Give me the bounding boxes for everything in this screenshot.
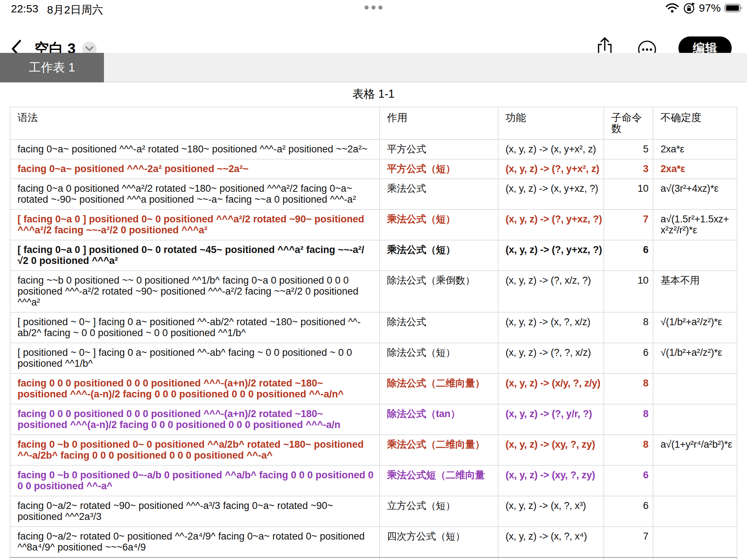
cell-uncertainty[interactable]: 2xa*ε <box>653 140 737 159</box>
cell-count[interactable]: 10 <box>604 271 653 312</box>
table-row: [ positioned ~ 0~ ] facing 0 a~ position… <box>10 312 737 343</box>
cell-role[interactable]: 平方公式（短） <box>380 159 498 179</box>
column-header-role[interactable]: 作用 <box>380 107 498 140</box>
rotation-lock-icon <box>683 2 695 14</box>
cell-func[interactable]: (x, y, z) -> (x, ?, x³) <box>498 496 604 527</box>
cell-count[interactable]: 8 <box>604 404 653 435</box>
cell-uncertainty[interactable] <box>653 374 737 404</box>
cell-count[interactable]: 8 <box>604 312 653 343</box>
cell-uncertainty[interactable] <box>653 466 737 496</box>
cell-count[interactable]: 6 <box>604 466 653 496</box>
column-header-syntax[interactable]: 语法 <box>10 107 380 140</box>
cell-syntax[interactable]: [ facing 0~a 0 ] positioned 0~ 0 rotated… <box>10 240 380 271</box>
tab-label: 工作表 1 <box>29 59 75 76</box>
status-time: 22:53 <box>11 3 38 18</box>
cell-func[interactable] <box>498 557 604 560</box>
column-header-count[interactable]: 子命令数 <box>604 107 653 140</box>
cell-uncertainty[interactable] <box>653 404 737 435</box>
cell-syntax[interactable]: facing 0~a/2~ rotated ~90~ positioned ^^… <box>10 496 380 527</box>
cell-func[interactable]: (x, y, z) -> (?, x/z, ?) <box>498 271 604 312</box>
cell-uncertainty[interactable]: 2xa*ε <box>653 159 737 179</box>
column-header-uncertainty[interactable]: 不确定度 <box>653 107 737 140</box>
cell-uncertainty[interactable] <box>653 557 737 560</box>
table-row-empty <box>10 557 737 560</box>
cell-syntax[interactable]: facing 0 0 0 positioned 0 0 0 positioned… <box>10 404 380 435</box>
cell-func[interactable]: (x, y, z) -> (?, y+x², z) <box>498 159 604 179</box>
cell-role[interactable]: 乘法公式（短） <box>380 210 498 240</box>
cell-role[interactable]: 乘法公式（二维向量） <box>380 435 498 466</box>
cell-count[interactable]: 5 <box>604 140 653 159</box>
cell-role[interactable]: 立方公式（短） <box>380 496 498 527</box>
cell-role[interactable]: 乘法公式（短） <box>380 240 498 271</box>
tab-worksheet-1[interactable]: 工作表 1 <box>0 53 104 82</box>
column-header-func[interactable]: 功能 <box>498 107 604 140</box>
cell-uncertainty[interactable]: 基本不用 <box>653 271 737 312</box>
cell-uncertainty[interactable] <box>653 527 737 558</box>
table-row: facing 0~a/2~ rotated ~90~ positioned ^^… <box>10 496 737 527</box>
cell-syntax[interactable]: facing ~~b 0 positioned ~~ 0 positioned … <box>10 271 380 312</box>
cell-syntax[interactable]: [ facing 0~a 0 ] positioned 0~ 0 positio… <box>10 210 380 240</box>
cell-func[interactable]: (x, y, z) -> (xy, ?, zy) <box>498 466 604 496</box>
cell-syntax[interactable]: facing 0~a 0 positioned ^^^a²/2 rotated … <box>10 179 380 210</box>
cell-role[interactable]: 除法公式（tan） <box>380 404 498 435</box>
cell-syntax[interactable]: facing 0~a~ positioned ^^^-a² rotated ~1… <box>10 140 380 159</box>
cell-func[interactable]: (x, y, z) -> (x, ?, x/z) <box>498 312 604 343</box>
wifi-icon <box>665 3 679 13</box>
cell-count[interactable]: 6 <box>604 240 653 271</box>
cell-func[interactable]: (x, y, z) -> (?, y+xz, ?) <box>498 210 604 240</box>
cell-role[interactable]: 乘法公式 <box>380 179 498 210</box>
table-row: facing 0 ~b 0 positioned 0~ 0 positioned… <box>10 435 737 466</box>
table-body: facing 0~a~ positioned ^^^-a² rotated ~1… <box>10 140 737 560</box>
cell-count[interactable]: 7 <box>604 527 653 558</box>
cell-uncertainty[interactable]: √(1/b²+a²/z²)*ε <box>653 343 737 374</box>
cell-syntax[interactable]: facing 0~a~ positioned ^^^-2a² positione… <box>10 159 380 179</box>
cell-func[interactable]: (x, y, z) -> (x, y+x², z) <box>498 140 604 159</box>
cell-func[interactable]: (x, y, z) -> (?, y+xz, ?) <box>498 240 604 271</box>
cell-func[interactable]: (x, y, z) -> (?, ?, x/z) <box>498 343 604 374</box>
cell-func[interactable]: (x, y, z) -> (?, y/r, ?) <box>498 404 604 435</box>
cell-count[interactable]: 6 <box>604 343 653 374</box>
cell-syntax[interactable] <box>10 557 380 560</box>
cell-role[interactable]: 除法公式（乘倒数） <box>380 271 498 312</box>
cell-func[interactable]: (x, y, z) -> (x, ?, x⁴) <box>498 527 604 558</box>
cell-role[interactable]: 平方公式 <box>380 140 498 159</box>
dot <box>372 5 376 9</box>
cell-syntax[interactable]: [ positioned ~ 0~ ] facing 0 a~ position… <box>10 312 380 343</box>
cell-uncertainty[interactable] <box>653 496 737 527</box>
cell-count[interactable]: 8 <box>604 435 653 466</box>
cell-role[interactable]: 乘法公式短（二维向量 <box>380 466 498 496</box>
cell-role[interactable]: 除法公式（短） <box>380 343 498 374</box>
battery-percent: 97% <box>699 2 721 14</box>
cell-count[interactable]: 3 <box>604 159 653 179</box>
status-left: 22:53 8月2日周六 <box>11 3 103 18</box>
cell-syntax[interactable]: facing 0 0 0 positioned 0 0 0 positioned… <box>10 374 380 404</box>
cell-count[interactable]: 10 <box>604 179 653 210</box>
cell-role[interactable]: 除法公式 <box>380 312 498 343</box>
table-row: facing 0~a/2~ rotated 0~ positioned ^^-2… <box>10 527 737 558</box>
data-table: 语法 作用 功能 子命令数 不确定度 facing 0~a~ positione… <box>10 107 737 560</box>
cell-syntax[interactable]: facing 0~a/2~ rotated 0~ positioned ^^-2… <box>10 527 380 558</box>
cell-role[interactable] <box>380 557 498 560</box>
cell-role[interactable]: 除法公式（二维向量） <box>380 374 498 404</box>
cell-syntax[interactable]: facing 0 ~b 0 positioned 0~-a/b 0 positi… <box>10 466 380 496</box>
cell-uncertainty[interactable]: a√(1+y²r⁴/a²b²)*ε <box>653 435 737 466</box>
cell-func[interactable]: (x, y, z) -> (xy, ?, zy) <box>498 435 604 466</box>
cell-uncertainty[interactable]: √(1/b²+a²/z²)*ε <box>653 312 737 343</box>
cell-role[interactable]: 四次方公式（短） <box>380 527 498 558</box>
cell-uncertainty[interactable] <box>653 240 737 271</box>
cell-syntax[interactable]: facing 0 ~b 0 positioned 0~ 0 positioned… <box>10 435 380 466</box>
cell-uncertainty[interactable]: a√(1.5r²+1.5xz+x²z²/r²)*ε <box>653 210 737 240</box>
table-title[interactable]: 表格 1-1 <box>0 86 747 102</box>
cell-func[interactable]: (x, y, z) -> (x/y, ?, z/y) <box>498 374 604 404</box>
cell-count[interactable] <box>604 557 653 560</box>
cell-count[interactable]: 7 <box>604 210 653 240</box>
cell-uncertainty[interactable]: a√(3r²+4xz)*ε <box>653 179 737 210</box>
table-row: facing 0~a~ positioned ^^^-2a² positione… <box>10 159 737 179</box>
handoff-dots-icon[interactable] <box>365 5 383 9</box>
cell-syntax[interactable]: [ positioned ~ 0~ ] facing 0 a~ position… <box>10 343 380 374</box>
table-row: facing ~~b 0 positioned ~~ 0 positioned … <box>10 271 737 312</box>
cell-count[interactable]: 6 <box>604 496 653 527</box>
table-header-row: 语法 作用 功能 子命令数 不确定度 <box>10 107 737 140</box>
cell-func[interactable]: (x, y, z) -> (x, y+xz, ?) <box>498 179 604 210</box>
cell-count[interactable]: 8 <box>604 374 653 404</box>
